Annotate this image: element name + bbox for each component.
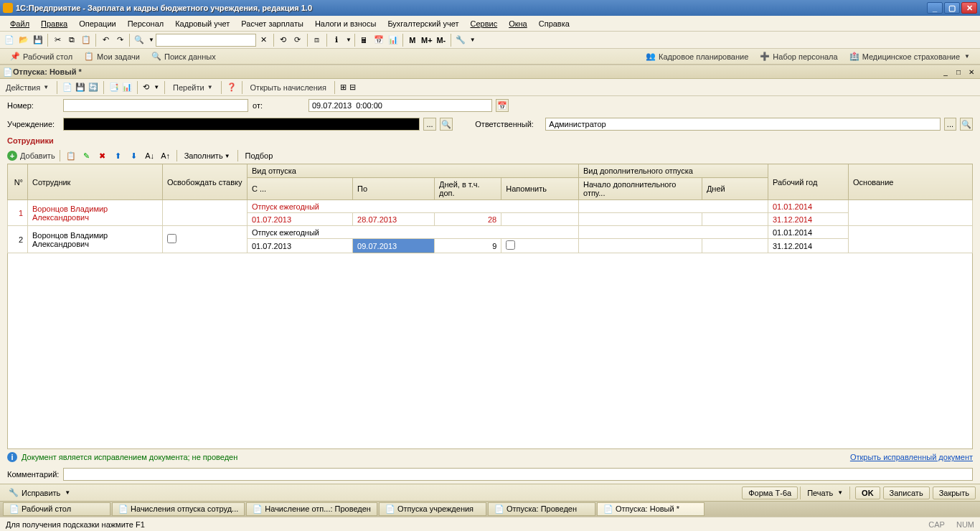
fill-dropdown[interactable]: Заполнить▼	[182, 150, 233, 161]
doc-minimize-button[interactable]: _	[940, 67, 951, 77]
print-dropdown[interactable]: Печать▼	[803, 487, 847, 499]
clear-search-icon[interactable]: ✕	[258, 34, 270, 47]
fix-dropdown[interactable]: 🔧Исправить▼	[4, 487, 75, 499]
table-cell-num[interactable]: 1	[8, 200, 28, 226]
close-button[interactable]: ✕	[961, 2, 977, 14]
select-button[interactable]: Подбор	[242, 150, 276, 161]
col-remind[interactable]: Напомнить	[501, 178, 579, 200]
task-button[interactable]: 📄 Рабочий стол	[3, 502, 110, 516]
table-cell-to[interactable]: 09.07.2013	[353, 239, 435, 253]
table-cell-emp[interactable]: Воронцов Владимир Александрович	[28, 226, 163, 253]
col-kind[interactable]: Вид отпуска	[248, 164, 579, 178]
table-cell-year-from[interactable]: 01.01.2014	[768, 226, 849, 239]
doc-extra1-icon[interactable]: ⊞	[340, 83, 347, 92]
table-cell-emp[interactable]: Воронцов Владимир Александрович	[28, 200, 163, 226]
col-days[interactable]: Дней, в т.ч. доп.	[435, 178, 501, 200]
table-cell-release[interactable]	[163, 226, 248, 253]
paste-icon[interactable]: 📋	[80, 34, 93, 47]
menu-help[interactable]: Справка	[533, 18, 575, 29]
menu-salary[interactable]: Расчет зарплаты	[235, 18, 309, 29]
menu-service[interactable]: Сервис	[465, 18, 504, 29]
memory-m-button[interactable]: M	[406, 34, 419, 47]
tt-edit-icon[interactable]: ✎	[80, 149, 93, 162]
table-cell-addstart[interactable]	[579, 239, 702, 253]
table-cell-days[interactable]: 28	[435, 213, 501, 226]
table-cell-adddays[interactable]	[702, 239, 768, 253]
menu-edit[interactable]: Правка	[35, 18, 73, 29]
date-input[interactable]	[308, 99, 492, 112]
tt-delete-icon[interactable]: ✖	[96, 149, 109, 162]
table-cell-addkind[interactable]	[579, 200, 768, 213]
search-icon[interactable]: 🔍	[133, 34, 146, 47]
menu-operations[interactable]: Операции	[73, 18, 121, 29]
open-corrected-link[interactable]: Открыть исправленный документ	[850, 453, 973, 461]
table-cell-remind[interactable]	[501, 213, 579, 226]
col-num[interactable]: N°	[8, 164, 28, 200]
open-accruals-button[interactable]: Открыть начисления	[248, 82, 329, 93]
table-cell-num[interactable]: 2	[8, 226, 28, 253]
number-input[interactable]	[63, 99, 248, 112]
back-icon[interactable]: ⟲	[277, 34, 290, 47]
task-button[interactable]: 📄 Начисления отпуска сотруд...	[112, 502, 245, 516]
goto-dropdown[interactable]: Перейти▼	[170, 82, 216, 93]
undo-icon[interactable]: ↶	[99, 34, 112, 47]
doc-maximize-button[interactable]: □	[953, 67, 964, 77]
med-button[interactable]: 🏥Медицинское страхование▼	[844, 50, 976, 62]
col-basis[interactable]: Основание	[849, 164, 973, 200]
table-cell-addkind[interactable]	[579, 226, 768, 239]
window-icon[interactable]: ⧈	[311, 34, 324, 47]
kadplan-button[interactable]: 👥Кадровое планирование	[640, 50, 754, 62]
menu-hr[interactable]: Кадровый учет	[169, 18, 235, 29]
col-year[interactable]: Рабочий год	[768, 164, 849, 200]
comment-input[interactable]	[63, 468, 973, 481]
save-button[interactable]: Записать	[883, 487, 930, 499]
table-cell-release[interactable]	[163, 200, 248, 226]
table-cell-from[interactable]: 01.07.2013	[248, 239, 353, 253]
menu-accounting[interactable]: Бухгалтерский учет	[382, 18, 464, 29]
add-button[interactable]: +Добавить	[7, 151, 55, 161]
col-addstart[interactable]: Начало дополнительного отпу...	[579, 178, 702, 200]
new-doc-icon[interactable]: 📄	[3, 34, 16, 47]
release-checkbox[interactable]	[167, 234, 176, 243]
actions-dropdown[interactable]: Действия▼	[3, 82, 52, 93]
doc-back-icon[interactable]: ⟲	[143, 83, 149, 92]
col-release[interactable]: Освобождать ставку	[163, 164, 248, 200]
nabor-button[interactable]: ➕Набор персонала	[754, 50, 843, 62]
save-icon[interactable]: 💾	[32, 34, 44, 47]
form-t6a-button[interactable]: Форма Т-6а	[742, 487, 798, 499]
doc-tbtn2-icon[interactable]: 💾	[75, 83, 85, 92]
menu-personnel[interactable]: Персонал	[122, 18, 170, 29]
resp-search-icon[interactable]: 🔍	[960, 118, 973, 131]
table-cell-year-to[interactable]: 31.12.2014	[768, 239, 849, 253]
col-from[interactable]: С ...	[248, 178, 353, 200]
info-icon[interactable]: ℹ	[330, 34, 343, 47]
table-cell-year-to[interactable]: 31.12.2014	[768, 213, 849, 226]
help-icon[interactable]: ❓	[227, 83, 237, 92]
memory-mplus-button[interactable]: M+	[420, 34, 433, 47]
doc-back-dropdown[interactable]: ▼	[154, 84, 159, 90]
task-button[interactable]: 📄 Отпуска: Проведен	[488, 502, 595, 516]
task-button[interactable]: 📄 Начисление отп...: Проведен	[246, 502, 377, 516]
quick-search-input[interactable]	[156, 34, 256, 47]
table-cell-from[interactable]: 01.07.2013	[248, 213, 353, 226]
task-button[interactable]: 📄 Отпуска: Новый *	[597, 502, 705, 516]
remind-checkbox[interactable]	[506, 240, 515, 250]
table-cell-basis[interactable]	[849, 226, 973, 253]
gear-dropdown[interactable]: ▼	[470, 37, 476, 43]
forward-icon[interactable]: ⟳	[291, 34, 304, 47]
table-cell-adddays[interactable]	[702, 213, 768, 226]
info-dropdown[interactable]: ▼	[346, 37, 352, 43]
col-addkind[interactable]: Вид дополнительного отпуска	[579, 164, 768, 178]
org-select-button[interactable]: ...	[423, 118, 436, 131]
tt-copy-icon[interactable]: 📋	[65, 149, 77, 162]
gear-icon[interactable]: 🔧	[454, 34, 467, 47]
table-cell-to[interactable]: 28.07.2013	[353, 213, 435, 226]
table-cell-remind[interactable]	[501, 239, 579, 253]
ok-button[interactable]: OK	[855, 487, 880, 499]
table-cell-days[interactable]: 9	[435, 239, 501, 253]
minimize-button[interactable]: _	[927, 2, 943, 14]
calendar-icon[interactable]: 📅	[372, 34, 385, 47]
date-picker-icon[interactable]: 📅	[496, 99, 509, 112]
maximize-button[interactable]: ▢	[944, 2, 960, 14]
copy-icon[interactable]: ⧉	[65, 34, 78, 47]
